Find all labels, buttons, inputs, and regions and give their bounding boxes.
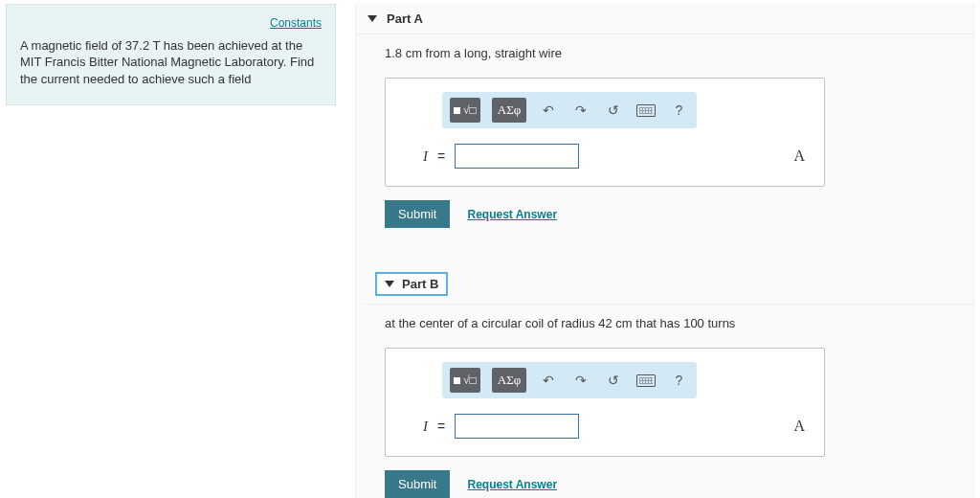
part-b-title: Part B [402, 277, 438, 291]
part-a-toolbar: √□ ΑΣφ ↶ ↷ ↺ ? [442, 92, 697, 128]
part-b-body: at the center of a circular coil of radi… [356, 305, 973, 498]
equals-label: = [437, 419, 445, 434]
chevron-down-icon [368, 15, 377, 22]
keyboard-icon[interactable] [635, 99, 657, 122]
part-a-header[interactable]: Part A [356, 4, 973, 34]
part-b-answer-input[interactable] [455, 414, 579, 439]
part-a-title: Part A [387, 11, 423, 26]
greek-letters-button[interactable]: ΑΣφ [492, 98, 526, 123]
unit-label: A [793, 418, 811, 435]
reset-icon[interactable]: ↺ [603, 369, 624, 392]
help-icon[interactable]: ? [668, 369, 689, 392]
part-a-request-answer-link[interactable]: Request Answer [467, 208, 557, 221]
constants-link[interactable]: Constants [270, 16, 322, 30]
redo-icon[interactable]: ↷ [570, 99, 591, 122]
part-a-submit-button[interactable]: Submit [385, 200, 450, 228]
template-icon[interactable]: √□ [450, 98, 480, 123]
help-icon[interactable]: ? [668, 99, 689, 122]
part-a-answer-input[interactable] [455, 144, 579, 169]
unit-label: A [793, 147, 811, 165]
problem-statement-box: Constants A magnetic field of 37.2 T has… [6, 4, 336, 105]
reset-icon[interactable]: ↺ [603, 99, 624, 122]
equals-label: = [437, 148, 445, 164]
redo-icon[interactable]: ↷ [570, 369, 591, 392]
undo-icon[interactable]: ↶ [538, 99, 559, 122]
variable-label: I [399, 148, 428, 165]
undo-icon[interactable]: ↶ [538, 369, 559, 392]
greek-letters-button[interactable]: ΑΣφ [492, 368, 526, 393]
variable-label: I [399, 419, 428, 435]
chevron-down-icon [385, 281, 394, 287]
part-b-submit-button[interactable]: Submit [385, 470, 450, 498]
keyboard-icon[interactable] [635, 369, 657, 392]
part-b-toolbar: √□ ΑΣφ ↶ ↷ ↺ ? [442, 362, 697, 398]
part-a-answer-box: √□ ΑΣφ ↶ ↷ ↺ ? I = A [385, 78, 825, 187]
template-icon[interactable]: √□ [450, 368, 480, 393]
part-b-header[interactable]: Part B [364, 264, 973, 305]
problem-text: A magnetic field of 37.2 T has been achi… [20, 37, 322, 88]
part-a-body: 1.8 cm from a long, straight wire √□ ΑΣφ… [356, 34, 973, 245]
part-b-request-answer-link[interactable]: Request Answer [467, 478, 557, 491]
part-a-prompt: 1.8 cm from a long, straight wire [385, 46, 945, 60]
part-b-prompt: at the center of a circular coil of radi… [385, 316, 945, 330]
part-b-answer-box: √□ ΑΣφ ↶ ↷ ↺ ? I = A [385, 348, 825, 457]
